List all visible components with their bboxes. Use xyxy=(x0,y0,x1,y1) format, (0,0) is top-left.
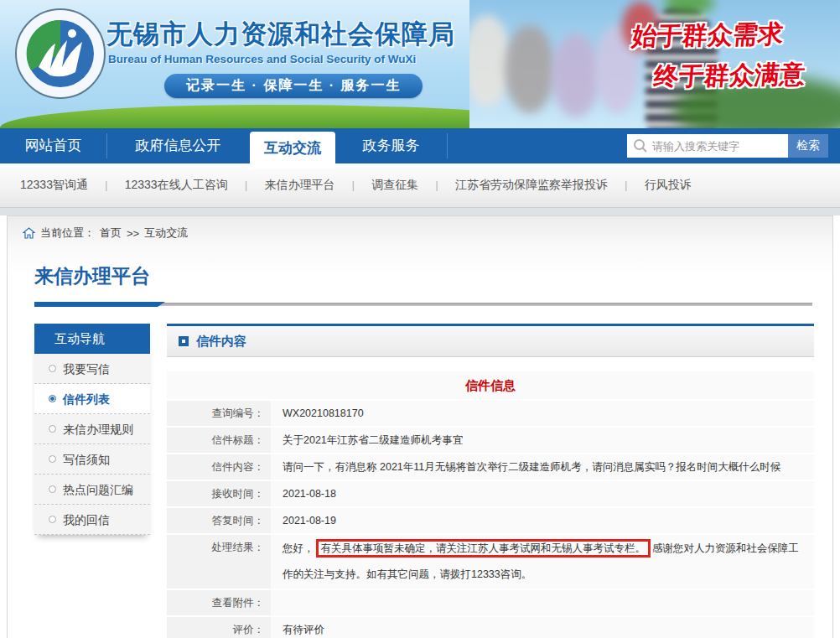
bureau-logo xyxy=(13,7,107,101)
breadcrumb-label: 当前位置： xyxy=(40,226,95,241)
table-row-result: 处理结果： 您好，有关具体事项暂未确定，请关注江苏人事考试网和无锡人事考试专栏。… xyxy=(167,535,814,589)
letter-info-table: 信件信息 查询编号： WX20210818170 信件标题： 关于2021年江苏… xyxy=(167,371,814,638)
search-icon xyxy=(633,138,648,153)
sidebar-interaction-nav: 互动导航 我要写信 信件列表 来信办理规则 写信须知 热点问题汇编 xyxy=(34,324,150,535)
breadcrumb-home-link[interactable]: 首页 xyxy=(100,226,122,241)
row-label-result: 处理结果： xyxy=(167,535,271,589)
nav-item-home[interactable]: 网站首页 xyxy=(0,128,106,163)
table-row: 答复时间： 2021-08-19 xyxy=(167,508,814,533)
subnav-item-letter-platform[interactable]: 来信办理平台 xyxy=(264,178,334,193)
home-icon xyxy=(23,227,35,239)
row-value-letter-content: 请问一下，有消息称 2021年11月无锡将首次举行二级建造师机考，请问消息属实吗… xyxy=(271,454,814,480)
table-row: 信件内容： 请问一下，有消息称 2021年11月无锡将首次举行二级建造师机考，请… xyxy=(167,454,814,480)
table-row: 查询编号： WX20210818170 xyxy=(167,401,814,426)
result-highlight-box: 有关具体事项暂未确定，请关注江苏人事考试网和无锡人事考试专栏。 xyxy=(316,539,651,558)
sidebar-item-label: 来信办理规则 xyxy=(63,414,133,444)
banner-photo: 始于群众需求 终于群众满意 xyxy=(469,0,840,128)
main-nav: 网站首页 政府信息公开 互动交流 政务服务 检索 xyxy=(0,128,840,163)
row-label-received-date: 接收时间： xyxy=(167,481,271,506)
row-value-attachment xyxy=(271,590,814,615)
sidebar-item-label: 我的回信 xyxy=(63,505,110,535)
table-title: 信件信息 xyxy=(167,371,814,399)
site-search: 检索 xyxy=(627,134,828,158)
radio-circle-icon xyxy=(49,485,56,493)
subnav-item-survey[interactable]: 调查征集 xyxy=(371,178,418,193)
banner-grass-decor xyxy=(0,105,520,128)
radio-circle-icon xyxy=(49,365,56,372)
nav-item-services[interactable]: 政务服务 xyxy=(335,128,447,163)
row-value-rating: 有待评价 xyxy=(271,617,814,638)
search-input[interactable] xyxy=(627,134,788,158)
table-row: 信件标题： 关于2021年江苏省二级建造师机考事宜 xyxy=(167,428,814,453)
subnav-separator: ｜ xyxy=(101,179,111,193)
sidebar-item-write-letter[interactable]: 我要写信 xyxy=(34,354,150,384)
result-prefix: 您好， xyxy=(283,542,314,554)
row-label-letter-content: 信件内容： xyxy=(167,454,271,480)
banner-motto-line2: 终于群众满意 xyxy=(652,57,806,94)
row-label-attachment: 查看附件： xyxy=(167,590,271,615)
table-row: 接收时间： 2021-08-18 xyxy=(167,481,814,506)
sidebar-item-my-replies[interactable]: 我的回信 xyxy=(34,505,150,535)
photo-figure-decor xyxy=(552,34,600,117)
sub-nav: 12333智询通 ｜ 12333在线人工咨询 ｜ 来信办理平台 ｜ 调查征集 ｜… xyxy=(0,163,840,208)
org-name-en: Bureau of Human Resources and Social Sec… xyxy=(108,53,416,65)
row-value-result: 您好，有关具体事项暂未确定，请关注江苏人事考试网和无锡人事考试专栏。感谢您对人力… xyxy=(271,535,814,589)
bureau-logo-icon xyxy=(13,7,107,101)
table-row: 查看附件： xyxy=(167,590,814,615)
subnav-item-labor-supervision[interactable]: 江苏省劳动保障监察举报投诉 xyxy=(455,178,608,193)
breadcrumb-current-link[interactable]: 互动交流 xyxy=(144,226,188,241)
sidebar-item-label: 写信须知 xyxy=(63,444,110,475)
content-container: 当前位置： 首页 >> 互动交流 来信办理平台 互动导航 我要写信 信件列表 来… xyxy=(7,215,833,638)
subnav-item-12333-zhixuntong[interactable]: 12333智询通 xyxy=(20,178,88,193)
radio-circle-icon xyxy=(49,516,56,523)
sidebar-item-label: 热点问题汇编 xyxy=(63,475,133,505)
sidebar-item-writing-notice[interactable]: 写信须知 xyxy=(34,444,150,475)
row-label-reply-date: 答复时间： xyxy=(167,508,271,533)
subnav-item-conduct-complaint[interactable]: 行风投诉 xyxy=(645,178,692,193)
banner-motto-line1: 始于群众需求 xyxy=(630,17,785,54)
sidebar-title: 互动导航 xyxy=(34,324,150,354)
subnav-item-12333-online[interactable]: 12333在线人工咨询 xyxy=(125,178,228,193)
row-value-query-number: WX20210818170 xyxy=(271,401,814,426)
sidebar-item-handling-rules[interactable]: 来信办理规则 xyxy=(34,414,150,444)
radio-circle-icon xyxy=(49,425,56,433)
row-label-letter-title: 信件标题： xyxy=(167,428,271,453)
row-value-letter-title: 关于2021年江苏省二级建造师机考事宜 xyxy=(271,428,814,453)
photo-figure-decor xyxy=(505,25,555,113)
site-banner: 无锡市人力资源和社会保障局 Bureau of Human Resources … xyxy=(0,0,840,128)
org-name-cn: 无锡市人力资源和社会保障局 xyxy=(106,17,455,52)
subnav-separator: ｜ xyxy=(241,179,251,193)
sidebar-item-hot-questions[interactable]: 热点问题汇编 xyxy=(34,475,150,505)
page: 无锡市人力资源和社会保障局 Bureau of Human Resources … xyxy=(0,0,840,638)
section-title: 信件内容 xyxy=(196,334,246,350)
banner-slogan: 记录一生 · 保障一生 · 服务一生 xyxy=(164,74,423,98)
section-header: 信件内容 xyxy=(167,324,814,357)
sidebar-item-label: 我要写信 xyxy=(63,354,110,384)
page-title: 来信办理平台 xyxy=(34,263,150,289)
table-row: 评价： 有待评价 xyxy=(167,617,814,638)
square-bullet-icon xyxy=(179,336,189,346)
divider-band xyxy=(0,208,840,215)
breadcrumb: 当前位置： 首页 >> 互动交流 xyxy=(23,226,188,241)
row-value-received-date: 2021-08-18 xyxy=(271,481,814,506)
letter-content-panel: 信件内容 信件信息 查询编号： WX20210818170 信件标题： 关于20… xyxy=(167,324,814,638)
nav-item-gov-info[interactable]: 政府信息公开 xyxy=(107,128,249,163)
sidebar-item-letter-list[interactable]: 信件列表 xyxy=(34,384,150,414)
title-rule-blue xyxy=(34,302,165,307)
sidebar-item-label: 信件列表 xyxy=(63,384,110,414)
row-value-reply-date: 2021-08-19 xyxy=(271,508,814,533)
subnav-separator: ｜ xyxy=(621,179,631,193)
breadcrumb-separator: >> xyxy=(127,227,139,240)
radio-circle-icon xyxy=(49,455,56,463)
nav-item-interaction[interactable]: 互动交流 xyxy=(250,132,335,169)
radio-circle-icon xyxy=(49,395,56,402)
subnav-separator: ｜ xyxy=(348,179,358,193)
row-label-query-number: 查询编号： xyxy=(167,401,271,426)
row-label-rating: 评价： xyxy=(167,617,271,638)
search-button[interactable]: 检索 xyxy=(788,134,828,158)
nav-divider xyxy=(447,133,448,158)
subnav-separator: ｜ xyxy=(432,179,442,193)
